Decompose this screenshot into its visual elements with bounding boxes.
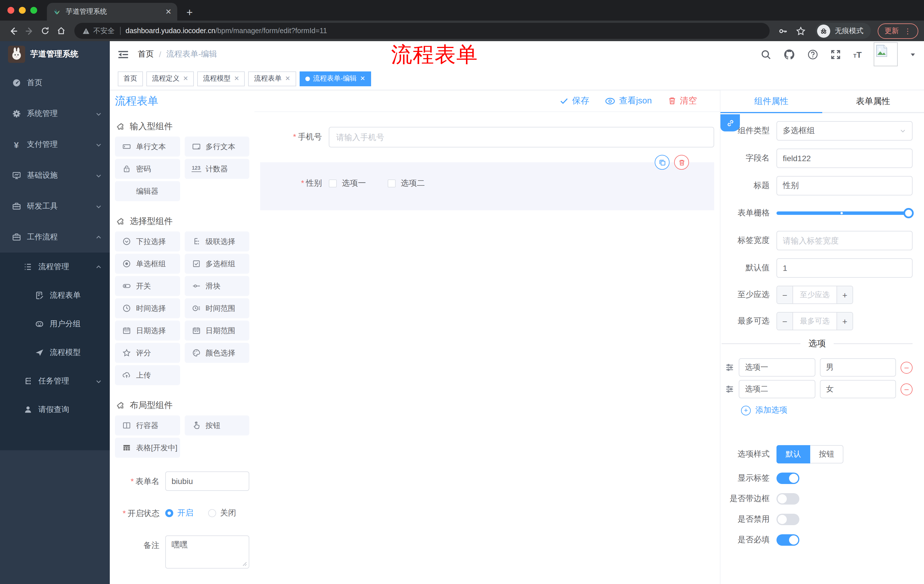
- checkbox[interactable]: [388, 179, 396, 188]
- sidebar-item-payment[interactable]: ¥ 支付管理: [0, 129, 110, 160]
- form-name-input[interactable]: [165, 471, 249, 491]
- search-icon[interactable]: [761, 49, 772, 60]
- canvas-field-gender-selected[interactable]: *性别 选项一 选项二: [260, 162, 714, 210]
- component-multi-text[interactable]: 多行文本: [185, 137, 249, 156]
- drag-handle-icon[interactable]: [725, 363, 734, 372]
- component-date-picker[interactable]: 日期选择: [115, 321, 180, 341]
- remove-option-button[interactable]: −: [901, 362, 912, 373]
- component-slider[interactable]: 滑块: [185, 276, 249, 296]
- sidebar-item-task-mgmt[interactable]: 任务管理: [0, 367, 110, 395]
- link-tab-button[interactable]: [721, 114, 740, 132]
- sidebar-fold-icon[interactable]: [118, 49, 129, 60]
- drag-handle-icon[interactable]: [725, 385, 734, 394]
- plus-button[interactable]: +: [837, 286, 853, 303]
- avatar-caret-icon[interactable]: [910, 51, 916, 58]
- sidebar-item-user-group[interactable]: 用户分组: [0, 310, 110, 338]
- avatar[interactable]: [874, 42, 898, 66]
- sidebar-item-workflow[interactable]: 工作流程: [0, 222, 110, 253]
- add-option-button[interactable]: + 添加选项: [741, 405, 912, 415]
- copy-component-button[interactable]: [655, 155, 670, 170]
- label-width-input[interactable]: [777, 231, 912, 250]
- component-time-picker[interactable]: 时间选择: [115, 298, 180, 318]
- tag-process-definition[interactable]: 流程定义✕: [146, 71, 194, 86]
- tab-component-props[interactable]: 组件属性: [721, 90, 822, 112]
- status-radio-on[interactable]: 开启: [165, 508, 193, 518]
- component-counter[interactable]: 123 计数器: [185, 159, 249, 179]
- minus-button[interactable]: −: [777, 286, 793, 303]
- view-json-button[interactable]: 查看json: [605, 95, 652, 106]
- bookmark-star-icon[interactable]: [796, 26, 806, 36]
- delete-component-button[interactable]: [674, 155, 689, 170]
- browser-menu-icon[interactable]: ⋮: [904, 26, 911, 35]
- option-value-input[interactable]: [820, 380, 896, 398]
- default-value-input[interactable]: [777, 258, 912, 278]
- component-date-range[interactable]: 日期范围: [185, 321, 249, 341]
- border-toggle[interactable]: [777, 493, 799, 505]
- fullscreen-icon[interactable]: [830, 49, 842, 60]
- minus-button[interactable]: −: [777, 313, 793, 330]
- component-upload[interactable]: 上传: [115, 365, 180, 385]
- tag-close-icon[interactable]: ✕: [285, 75, 290, 82]
- browser-tab[interactable]: 芋道管理系统 ✕: [47, 3, 177, 21]
- tag-process-model[interactable]: 流程模型✕: [197, 71, 245, 86]
- max-select-value[interactable]: 最多可选: [793, 313, 837, 330]
- new-tab-button[interactable]: +: [186, 7, 193, 18]
- help-icon[interactable]: [808, 49, 818, 60]
- component-single-text[interactable]: 单行文本: [115, 137, 180, 156]
- sidebar-item-process-form[interactable]: 流程表单: [0, 281, 110, 310]
- form-remark-textarea[interactable]: 嘿嘿: [166, 536, 249, 568]
- component-time-range[interactable]: 时间范围: [185, 298, 249, 318]
- not-secure-badge[interactable]: 不安全: [82, 26, 115, 36]
- clear-button[interactable]: 清空: [668, 95, 697, 106]
- sidebar-item-process-mgmt[interactable]: 流程管理: [0, 253, 110, 281]
- component-checkbox-group[interactable]: 多选框组: [185, 254, 249, 274]
- component-switch[interactable]: 开关: [115, 276, 180, 296]
- tag-process-form[interactable]: 流程表单✕: [248, 71, 296, 86]
- component-rate[interactable]: 评分: [115, 343, 180, 363]
- address-bar[interactable]: 不安全 dashboard.yudao.iocoder.cn/bpm/manag…: [74, 23, 770, 39]
- reload-icon[interactable]: [38, 23, 53, 38]
- style-default-button[interactable]: 默认: [777, 445, 810, 464]
- title-input[interactable]: [777, 176, 912, 196]
- option-label-input[interactable]: [739, 380, 815, 398]
- tag-close-icon[interactable]: ✕: [183, 75, 188, 82]
- sidebar-item-infrastructure[interactable]: 基础设施: [0, 160, 110, 191]
- sidebar-item-system[interactable]: 系统管理: [0, 98, 110, 129]
- form-grid-slider[interactable]: [777, 204, 912, 223]
- gender-option-1[interactable]: 选项一: [329, 178, 366, 189]
- disabled-toggle[interactable]: [777, 514, 799, 525]
- component-dropdown[interactable]: 下拉选择: [115, 232, 180, 252]
- slider-handle[interactable]: [903, 208, 914, 218]
- sidebar-item-home[interactable]: 首页: [0, 67, 110, 98]
- breadcrumb-home[interactable]: 首页: [138, 49, 154, 59]
- min-select-value[interactable]: 至少应选: [793, 286, 837, 303]
- show-label-toggle[interactable]: [777, 472, 799, 484]
- password-key-icon[interactable]: [778, 26, 788, 36]
- gender-option-2[interactable]: 选项二: [388, 178, 425, 189]
- github-icon[interactable]: [784, 48, 795, 60]
- zoom-window-button[interactable]: [30, 7, 37, 14]
- tag-close-icon[interactable]: ✕: [360, 75, 365, 82]
- component-color-picker[interactable]: 颜色选择: [185, 343, 249, 363]
- component-editor[interactable]: 编辑器: [115, 181, 180, 201]
- tab-form-props[interactable]: 表单属性: [822, 90, 924, 112]
- form-canvas[interactable]: *手机号: [254, 112, 720, 584]
- remove-option-button[interactable]: −: [901, 383, 912, 395]
- field-name-input[interactable]: [777, 148, 912, 168]
- tab-close-icon[interactable]: ✕: [165, 7, 172, 16]
- status-radio-off[interactable]: 关闭: [208, 508, 236, 518]
- component-type-select[interactable]: 多选框组: [777, 121, 912, 141]
- minimize-window-button[interactable]: [19, 7, 26, 14]
- component-button[interactable]: 按钮: [185, 415, 249, 436]
- app-logo[interactable]: 芋道管理系统: [0, 41, 110, 67]
- tag-process-form-edit[interactable]: 流程表单-编辑✕: [299, 71, 371, 86]
- component-table[interactable]: 表格[开发中]: [115, 438, 180, 458]
- plus-button[interactable]: +: [837, 313, 853, 330]
- sidebar-item-devtools[interactable]: 研发工具: [0, 191, 110, 222]
- close-window-button[interactable]: [7, 7, 14, 14]
- forward-icon[interactable]: [22, 23, 36, 38]
- font-size-icon[interactable]: TT: [853, 49, 862, 59]
- component-password[interactable]: 密码: [115, 159, 180, 179]
- sidebar-item-process-model[interactable]: 流程模型: [0, 338, 110, 367]
- back-icon[interactable]: [6, 23, 21, 38]
